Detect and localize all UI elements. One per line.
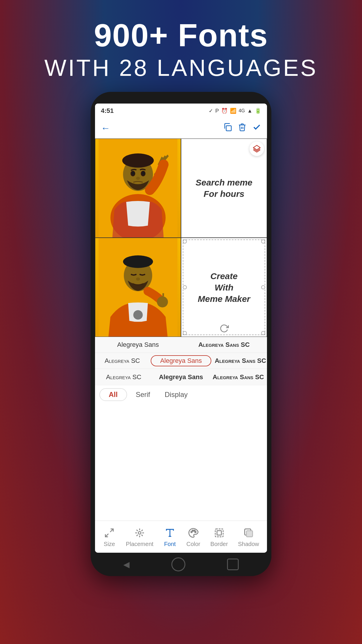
size-icon <box>103 526 116 539</box>
svg-line-17 <box>110 529 113 532</box>
svg-rect-0 <box>226 126 231 131</box>
border-icon <box>213 526 226 539</box>
font-item-alegreya-sc-3[interactable]: Alegreya SC <box>95 373 152 381</box>
drake-bottom-image <box>95 238 181 337</box>
svg-point-23 <box>195 531 196 533</box>
svg-point-12 <box>133 310 143 319</box>
meme-cell-bottom-left <box>95 238 181 337</box>
meme-text-top: Search meme For hours <box>196 177 252 200</box>
meme-cell-top-left <box>95 139 181 238</box>
resize-handle-ml[interactable] <box>183 285 187 289</box>
toolbar-placement[interactable]: Placement <box>126 526 154 547</box>
drake-top-image <box>95 139 181 237</box>
resize-handle-br[interactable] <box>261 331 265 335</box>
phone-home-bar: ◀ <box>91 553 271 576</box>
status-icons: ✓ P ⏰ 📶 4G ▲ 🔋 <box>209 108 261 114</box>
status-bar: 4:51 ✓ P ⏰ 📶 4G ▲ 🔋 <box>95 104 267 118</box>
back-button[interactable]: ← <box>101 123 110 134</box>
meme-text-bottom: Create With Meme Maker <box>198 270 250 304</box>
svg-rect-24 <box>215 529 223 537</box>
resize-handle-mr[interactable] <box>261 285 265 289</box>
size-label: Size <box>104 541 115 547</box>
svg-rect-25 <box>217 531 221 535</box>
svg-point-15 <box>136 277 140 281</box>
copy-button[interactable] <box>223 123 232 134</box>
delete-button[interactable] <box>238 123 247 134</box>
filter-tab-all[interactable]: All <box>99 388 127 401</box>
headline-section: 900+ Fonts with 28 languages <box>44 0 318 92</box>
font-item-alegreya-sans-sc-2[interactable]: Alegreya Sans SC <box>212 357 267 365</box>
phone-body: 4:51 ✓ P ⏰ 📶 4G ▲ 🔋 ← <box>91 92 271 576</box>
toolbar-border[interactable]: Border <box>210 526 228 547</box>
svg-point-8 <box>132 172 134 175</box>
toolbar-color[interactable]: Color <box>186 526 200 547</box>
recent-hardware-button[interactable] <box>227 559 239 570</box>
confirm-button[interactable] <box>252 123 261 134</box>
signal-icon: ▲ <box>247 108 252 114</box>
font-row-1: Alegreya Sans Alegreya Sans SC <box>95 337 267 353</box>
font-item-alegreya-sans-bold[interactable]: Alegreya Sans <box>152 373 210 381</box>
layers-button[interactable] <box>249 141 264 156</box>
app-background: 900+ Fonts with 28 languages 4:51 ✓ P ⏰ … <box>0 0 362 644</box>
placement-icon <box>133 526 146 539</box>
resize-handle-bl[interactable] <box>183 331 187 335</box>
status-time: 4:51 <box>101 107 114 115</box>
font-item-alegreya-sans-sc-1[interactable]: Alegreya Sans SC <box>181 341 267 349</box>
filter-tab-display[interactable]: Display <box>159 389 194 400</box>
svg-rect-27 <box>246 531 252 537</box>
toolbar-shadow[interactable]: Shadow <box>238 526 259 547</box>
font-picker-area: Alegreya Sans Alegreya Sans SC Alegreya … <box>95 337 267 385</box>
meme-cell-bottom-right[interactable]: Create With Meme Maker <box>181 238 267 337</box>
4g-label: 4G <box>239 108 245 113</box>
phone-mockup: 4:51 ✓ P ⏰ 📶 4G ▲ 🔋 ← <box>88 92 274 582</box>
back-hardware-button[interactable]: ◀ <box>123 560 130 569</box>
p-icon: P <box>215 108 219 114</box>
font-item-alegreya-sans-1[interactable]: Alegreya Sans <box>95 341 181 349</box>
meme-area: Search meme For hours <box>95 139 267 521</box>
bottom-toolbar: Size Placement <box>95 521 267 553</box>
resize-handle-tl[interactable] <box>183 239 187 244</box>
headline-sub: with 28 languages <box>44 53 318 83</box>
toolbar-size[interactable]: Size <box>103 526 116 547</box>
svg-point-21 <box>192 530 194 531</box>
svg-point-9 <box>142 172 145 175</box>
svg-point-5 <box>122 153 154 168</box>
svg-point-14 <box>123 255 153 268</box>
svg-line-18 <box>106 534 109 537</box>
placement-label: Placement <box>126 541 154 547</box>
meme-grid: Search meme For hours <box>95 139 267 337</box>
border-label: Border <box>210 541 228 547</box>
svg-point-20 <box>191 531 192 533</box>
resize-handle-tr[interactable] <box>261 239 265 244</box>
svg-point-16 <box>157 296 168 307</box>
app-toolbar: ← <box>95 118 267 139</box>
alarm-icon: ⏰ <box>221 108 228 114</box>
font-row-3: Alegreya SC Alegreya Sans Alegreya Sans … <box>95 369 267 385</box>
font-icon <box>164 526 176 539</box>
color-icon <box>187 526 200 539</box>
toolbar-right <box>223 123 261 134</box>
shadow-label: Shadow <box>238 541 259 547</box>
toolbar-font[interactable]: Font <box>164 526 176 547</box>
check-status-icon: ✓ <box>209 108 213 114</box>
font-row-2: Alegreya SC Alegreya Sans Alegreya Sans … <box>95 353 267 369</box>
font-item-alegreya-sc-2[interactable]: Alegreya SC <box>95 357 150 365</box>
color-label: Color <box>186 541 200 547</box>
font-item-alegreya-sans-selected[interactable]: Alegreya Sans <box>151 355 211 366</box>
font-item-alegreya-sans-sc-3[interactable]: Alegreya Sans SC <box>210 373 267 381</box>
phone-screen: 4:51 ✓ P ⏰ 📶 4G ▲ 🔋 ← <box>95 104 267 553</box>
filter-tabs: All Serif Display <box>95 385 267 404</box>
headline-main: 900+ Fonts <box>44 18 318 53</box>
rotate-handle[interactable] <box>218 323 230 334</box>
svg-point-19 <box>138 531 141 534</box>
shadow-icon <box>242 526 255 539</box>
font-label: Font <box>164 541 176 547</box>
battery-icon: 🔋 <box>255 108 261 114</box>
home-hardware-button[interactable] <box>171 557 185 571</box>
svg-point-10 <box>136 177 140 180</box>
wifi-icon: 📶 <box>230 108 236 114</box>
filter-tab-serif[interactable]: Serif <box>130 389 156 400</box>
